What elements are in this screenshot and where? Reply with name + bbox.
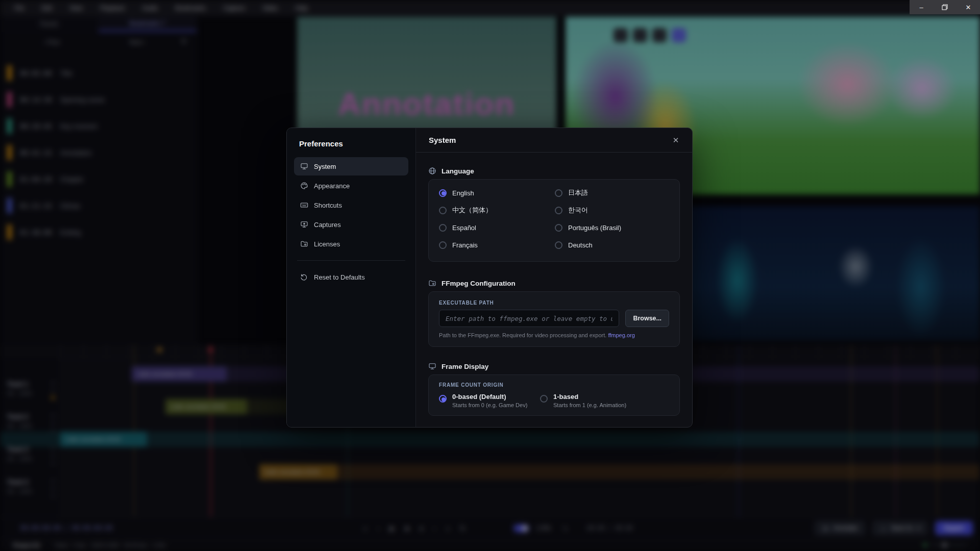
radio-icon[interactable] bbox=[555, 224, 562, 232]
zoom-slider[interactable] bbox=[923, 543, 967, 547]
tab-bookmarks[interactable]: Bookmarks 7 bbox=[99, 16, 197, 32]
menu-help[interactable]: Help bbox=[295, 5, 308, 12]
selection-range: 00:00 / 00:00 bbox=[587, 524, 633, 532]
timeline-marker-playhead[interactable] bbox=[208, 347, 213, 352]
bookmark-item[interactable]: 00:05:00 Title bbox=[7, 64, 197, 82]
bookmark-item[interactable]: 00:14:30 Opening scene bbox=[7, 91, 197, 108]
language-option-chinese[interactable]: 中文（简体） bbox=[439, 204, 554, 216]
browse-button[interactable]: Browse... bbox=[625, 310, 669, 327]
snap-toggle[interactable] bbox=[513, 524, 529, 532]
language-option-portuguese[interactable]: Português (Brasil) bbox=[555, 221, 670, 234]
record-icon[interactable]: ● bbox=[419, 524, 423, 532]
track-controls[interactable] bbox=[52, 414, 54, 432]
bookmark-item[interactable]: 00:29:45 Key moment bbox=[7, 117, 197, 135]
option-zero-based[interactable]: 0-based (Default) Starts from 0 (e.g. Ga… bbox=[439, 393, 540, 408]
save-as-button[interactable]: Save As ▾ bbox=[872, 521, 928, 535]
radio-icon[interactable] bbox=[439, 224, 447, 232]
bookmark-item[interactable]: 01:04:20 Chapter bbox=[7, 170, 197, 188]
overlay-tool-button[interactable] bbox=[633, 28, 647, 42]
sidebar-item-captures[interactable]: Captures bbox=[294, 215, 408, 234]
zoom-slider-handle[interactable] bbox=[942, 543, 947, 547]
ffmpeg-org-link[interactable]: ffmpeg.org bbox=[608, 332, 634, 338]
language-option-spanish[interactable]: Español bbox=[439, 221, 554, 234]
bookmark-label: Opening scene bbox=[60, 96, 105, 104]
menu-file[interactable]: File bbox=[14, 5, 24, 12]
radio-icon[interactable] bbox=[555, 189, 562, 197]
menu-view[interactable]: View bbox=[69, 5, 83, 12]
bookmark-item[interactable]: 01:38:00 Ending bbox=[7, 223, 197, 241]
bookmark-label: Key moment bbox=[60, 122, 97, 130]
timeline-clip[interactable]: Letter annotation 00:00 bbox=[60, 432, 147, 447]
language-option-german[interactable]: Deutsch bbox=[555, 239, 670, 251]
chevron-right-icon[interactable]: › bbox=[691, 32, 697, 39]
monitor-icon bbox=[300, 162, 308, 170]
annotate-button[interactable]: Annotate bbox=[815, 521, 865, 535]
next-button[interactable]: Next › bbox=[95, 39, 181, 46]
radio-selected-icon[interactable] bbox=[439, 395, 447, 403]
tab-panels[interactable]: Panels bbox=[0, 16, 99, 32]
menu-bookmarks[interactable]: Bookmarks bbox=[175, 5, 206, 12]
frame-count-origin-label: FRAME COUNT ORIGIN bbox=[439, 382, 669, 388]
sidebar-item-system[interactable]: System bbox=[294, 157, 408, 176]
bookmark-item[interactable]: 01:21:15 Climax bbox=[7, 197, 197, 214]
caret-down-icon[interactable]: ▾ bbox=[917, 524, 920, 532]
overlay-tool-button-active[interactable] bbox=[672, 28, 686, 42]
menu-playback[interactable]: Playback bbox=[100, 5, 125, 12]
ffmpeg-path-input[interactable] bbox=[439, 310, 619, 327]
radio-icon[interactable] bbox=[540, 395, 548, 403]
sidebar-item-reset-defaults[interactable]: Reset to Defaults bbox=[294, 268, 408, 286]
radio-icon[interactable] bbox=[439, 241, 447, 249]
track-controls[interactable] bbox=[52, 447, 54, 465]
skip-start-icon[interactable]: « bbox=[363, 524, 367, 532]
language-option-japanese[interactable]: 日本語 bbox=[555, 187, 670, 199]
sidebar-item-shortcuts[interactable]: Shortcuts bbox=[294, 196, 408, 214]
chevron-left-icon[interactable]: ‹ bbox=[602, 32, 608, 39]
track-header[interactable]: Track 1 0% · 100% bbox=[7, 381, 58, 396]
content-header: System ✕ bbox=[416, 128, 692, 153]
menu-video[interactable]: Video bbox=[262, 5, 278, 12]
step-back-icon[interactable]: ‹ bbox=[377, 524, 379, 532]
close-icon[interactable]: ✕ bbox=[669, 133, 683, 147]
menu-audio[interactable]: Audio bbox=[142, 5, 158, 12]
option-one-based[interactable]: 1-based Starts from 1 (e.g. Animation) bbox=[540, 393, 626, 408]
track-controls[interactable] bbox=[52, 480, 54, 497]
radio-icon[interactable] bbox=[555, 241, 562, 249]
language-option-english[interactable]: English bbox=[439, 187, 554, 199]
track-header[interactable]: Track 2 0% · 100% bbox=[7, 413, 58, 429]
loop-icon[interactable]: ↻ bbox=[460, 524, 465, 532]
radio-icon[interactable] bbox=[439, 207, 447, 214]
radio-selected-icon[interactable] bbox=[439, 189, 447, 197]
language-option-french[interactable]: Français bbox=[439, 239, 554, 251]
export-button[interactable]: Export bbox=[935, 521, 973, 535]
sidebar-item-appearance[interactable]: Appearance bbox=[294, 177, 408, 195]
sidebar-divider bbox=[297, 260, 405, 261]
radio-icon[interactable] bbox=[555, 207, 562, 214]
bookmark-item[interactable]: 00:41:15 Annotation bbox=[7, 144, 197, 161]
filter-icon[interactable] bbox=[180, 38, 187, 47]
tertiary-video-preview[interactable] bbox=[684, 206, 980, 341]
bookmark-color-bar bbox=[7, 171, 12, 187]
track-header[interactable]: Track 4 0% · 100% bbox=[7, 479, 58, 494]
overlay-tool-button[interactable] bbox=[614, 28, 628, 42]
prev-button[interactable]: ‹ Prev bbox=[9, 39, 95, 46]
play-icon[interactable]: ▶ bbox=[390, 524, 395, 532]
language-option-korean[interactable]: 한국어 bbox=[555, 204, 670, 216]
overlay-tool-button[interactable] bbox=[652, 28, 667, 42]
menu-capture[interactable]: Capture bbox=[223, 5, 245, 12]
timeline-marker-orange[interactable] bbox=[157, 347, 162, 352]
sidebar-item-licenses[interactable]: Licenses bbox=[294, 235, 408, 253]
menu-edit[interactable]: Edit bbox=[41, 5, 52, 12]
timeline-clip[interactable]: Letter annotation 00:00 bbox=[259, 464, 337, 480]
track-header[interactable]: Track 3 0% · 100% bbox=[7, 446, 58, 462]
skip-end-icon[interactable]: » bbox=[446, 524, 450, 532]
restore-button[interactable] bbox=[933, 0, 957, 14]
magnet-icon[interactable]: ∿ bbox=[562, 524, 568, 532]
timeline-clip[interactable]: Letter annotation 00:00 bbox=[132, 366, 227, 382]
close-button[interactable]: ✕ bbox=[957, 0, 980, 14]
step-forward-icon[interactable]: › bbox=[433, 524, 435, 532]
minimize-button[interactable]: – bbox=[910, 0, 933, 14]
timeline-clip[interactable]: Letter annotation 00:00 bbox=[165, 399, 247, 414]
ffmpeg-card: EXECUTABLE PATH Browse... Path to the FF… bbox=[428, 291, 680, 347]
playback-speed[interactable]: 1.00x bbox=[536, 524, 551, 532]
stop-icon[interactable]: ■ bbox=[405, 524, 409, 532]
